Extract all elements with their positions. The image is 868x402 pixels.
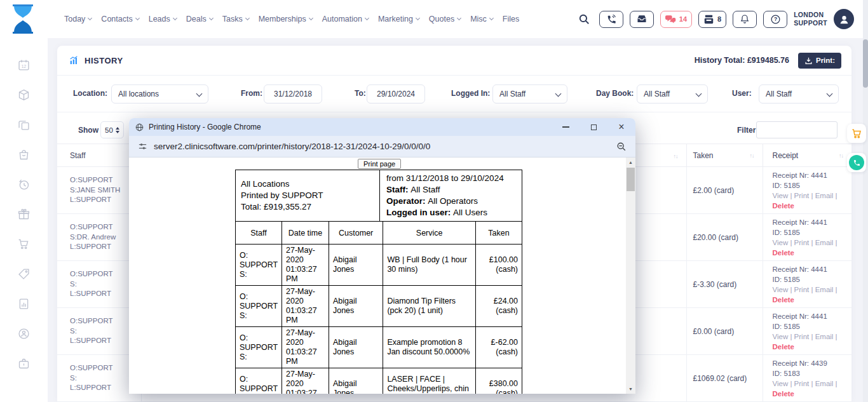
nav-item-contacts[interactable]: Contacts bbox=[101, 15, 139, 23]
receipt-email-link[interactable]: Email bbox=[815, 239, 834, 246]
receipt-view-link[interactable]: View bbox=[773, 239, 789, 246]
nav-item-misc[interactable]: Misc bbox=[470, 15, 493, 23]
filter-input[interactable] bbox=[756, 121, 837, 138]
popup-title-bar[interactable]: Printing History - Google Chrome × bbox=[129, 118, 635, 136]
minimize-button[interactable] bbox=[552, 118, 580, 136]
receipt-delete-link[interactable]: Delete bbox=[773, 342, 852, 352]
chrome-popup-window: Printing History - Google Chrome × serve… bbox=[129, 118, 635, 394]
sidebar-report-icon[interactable] bbox=[17, 297, 31, 311]
nav-item-quotes[interactable]: Quotes bbox=[429, 15, 461, 23]
receipt-view-link[interactable]: View bbox=[773, 380, 789, 387]
receipt-view-link[interactable]: View bbox=[773, 333, 789, 340]
nav-item-label: Contacts bbox=[101, 15, 132, 23]
inbox-button[interactable] bbox=[630, 11, 654, 28]
receipt-email-link[interactable]: Email bbox=[815, 380, 834, 387]
print-row: O: SUPPORT S:27-May-2020 01:03:27 PMAbig… bbox=[236, 368, 522, 394]
print-button[interactable]: Print: bbox=[798, 53, 841, 69]
print-page-button[interactable]: Print page bbox=[358, 159, 401, 169]
from-date-input[interactable] bbox=[264, 84, 322, 104]
receipt-delete-link[interactable]: Delete bbox=[773, 201, 852, 211]
receipt-view-link[interactable]: View bbox=[773, 286, 789, 293]
nav-item-tasks[interactable]: Tasks bbox=[222, 15, 249, 23]
avatar[interactable] bbox=[834, 9, 854, 29]
receipt-email-link[interactable]: Email bbox=[815, 333, 834, 340]
pos-button[interactable]: 8 bbox=[698, 11, 726, 28]
receipt-delete-link[interactable]: Delete bbox=[773, 389, 852, 399]
receipt-print-link[interactable]: Print bbox=[794, 192, 810, 199]
to-date-input[interactable] bbox=[367, 84, 425, 104]
receipt-email-link[interactable]: Email bbox=[815, 286, 834, 293]
cart-icon bbox=[851, 128, 863, 140]
print-amount: £24.00 bbox=[480, 297, 518, 306]
page-scrollbar[interactable] bbox=[863, 0, 868, 402]
nav-item-deals[interactable]: Deals bbox=[186, 15, 213, 23]
sidebar-calendar-icon[interactable]: 12 bbox=[17, 58, 31, 72]
scroll-up-arrow[interactable]: ▲ bbox=[626, 157, 635, 167]
print-amount: £380.00 bbox=[480, 379, 518, 389]
logged-in-label: Logged In: bbox=[451, 89, 490, 98]
chevron-down-icon bbox=[209, 16, 214, 20]
sidebar-cart-icon[interactable] bbox=[17, 238, 31, 251]
sort-icon: ↑↓ bbox=[839, 152, 843, 159]
summary-line: Printed by SUPPORT bbox=[241, 190, 374, 201]
cart-fab-button[interactable] bbox=[847, 124, 866, 143]
receipt-print-link[interactable]: Print bbox=[794, 286, 810, 293]
receipt-print-link[interactable]: Print bbox=[794, 239, 810, 246]
sidebar-history-icon[interactable] bbox=[17, 178, 31, 191]
logged-in-select[interactable]: All Staff bbox=[492, 84, 567, 104]
scroll-down-arrow[interactable]: ▼ bbox=[626, 384, 635, 394]
sidebar-gift-icon[interactable] bbox=[17, 208, 31, 221]
receipt-print-link[interactable]: Print bbox=[794, 333, 810, 340]
sidebar-shop-bag-icon[interactable] bbox=[17, 148, 31, 161]
filter-label: Filter bbox=[737, 126, 756, 135]
link-separator: | bbox=[833, 380, 837, 387]
day-book-select[interactable]: All Staff bbox=[637, 84, 708, 104]
user-select[interactable]: All Staff bbox=[759, 84, 839, 104]
receipt-delete-link[interactable]: Delete bbox=[773, 248, 852, 258]
summary-label: Operator: bbox=[386, 196, 428, 206]
location-label: Location: bbox=[73, 89, 107, 98]
print-method: (cash) bbox=[480, 389, 518, 394]
zoom-out-icon[interactable] bbox=[616, 142, 627, 152]
nav-item-automation[interactable]: Automation bbox=[322, 15, 369, 23]
nav-item-marketing[interactable]: Marketing bbox=[378, 15, 419, 23]
top-bar: TodayContactsLeadsDealsTasksMembershipsA… bbox=[0, 0, 868, 38]
chevron-down-icon bbox=[416, 16, 420, 20]
search-button[interactable] bbox=[578, 13, 590, 25]
receipt-email-link[interactable]: Email bbox=[815, 192, 834, 199]
call-fab-button[interactable] bbox=[847, 153, 866, 172]
sidebar-package-icon[interactable] bbox=[17, 88, 31, 102]
scrollbar-thumb[interactable] bbox=[627, 168, 635, 191]
receipt-view-link[interactable]: View bbox=[773, 192, 789, 199]
nav-item-today[interactable]: Today bbox=[64, 15, 92, 23]
sidebar-clock-user-icon[interactable] bbox=[17, 327, 31, 340]
app-logo[interactable] bbox=[11, 4, 34, 34]
page-scrollbar-thumb[interactable] bbox=[863, 39, 868, 88]
print-staff-cell: O: SUPPORT S: bbox=[236, 368, 282, 394]
nav-item-files[interactable]: Files bbox=[503, 15, 519, 23]
nav-item-memberships[interactable]: Memberships bbox=[259, 15, 313, 23]
column-header-taken[interactable]: Taken↑↓ bbox=[686, 144, 763, 167]
close-button[interactable]: × bbox=[607, 118, 635, 136]
show-entries-select[interactable]: 50 bbox=[100, 121, 124, 138]
location-select[interactable]: All locations bbox=[111, 84, 208, 104]
maximize-button[interactable] bbox=[580, 118, 607, 136]
sidebar-briefcase-icon[interactable] bbox=[17, 357, 31, 370]
popup-url-bar[interactable]: server2.clinicsoftware.com/printer/histo… bbox=[129, 136, 635, 157]
receipt-delete-link[interactable]: Delete bbox=[773, 295, 852, 305]
taken-cell: £1069.02 (card) bbox=[686, 355, 763, 402]
phone-button[interactable] bbox=[599, 11, 623, 28]
help-button[interactable]: ? bbox=[763, 11, 787, 28]
sidebar-copy-icon[interactable] bbox=[17, 118, 31, 131]
popup-scrollbar[interactable]: ▲ ▼ bbox=[626, 157, 635, 394]
column-header-receipt[interactable]: Receipt↑↓ bbox=[763, 144, 851, 167]
receipt-print-link[interactable]: Print bbox=[794, 380, 810, 387]
summary-line: All Locations bbox=[241, 178, 374, 190]
messages-button[interactable]: 14 bbox=[660, 11, 692, 28]
site-settings-icon bbox=[138, 142, 147, 151]
receipt-id: ID: 5185 bbox=[773, 227, 852, 238]
notifications-button[interactable] bbox=[733, 11, 757, 28]
main-nav: TodayContactsLeadsDealsTasksMembershipsA… bbox=[64, 0, 519, 38]
sidebar-tag-icon[interactable] bbox=[17, 267, 31, 281]
nav-item-leads[interactable]: Leads bbox=[149, 15, 177, 23]
